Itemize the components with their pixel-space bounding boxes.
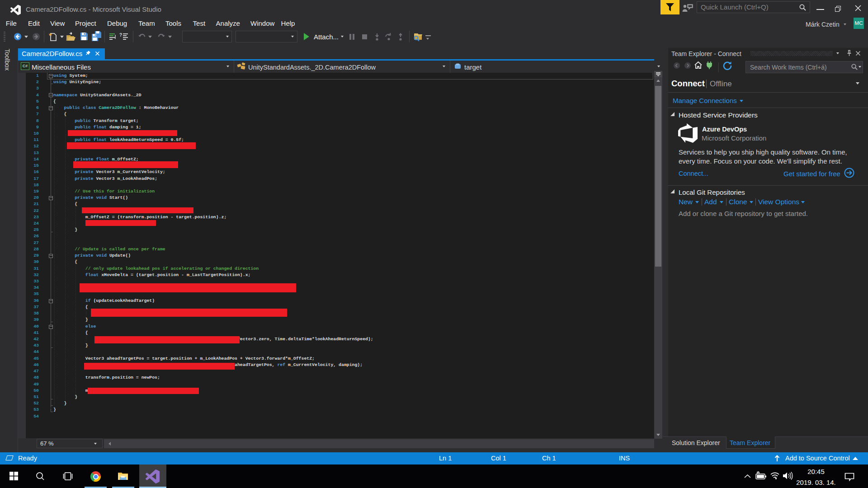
svg-text:?: ? <box>119 33 122 38</box>
